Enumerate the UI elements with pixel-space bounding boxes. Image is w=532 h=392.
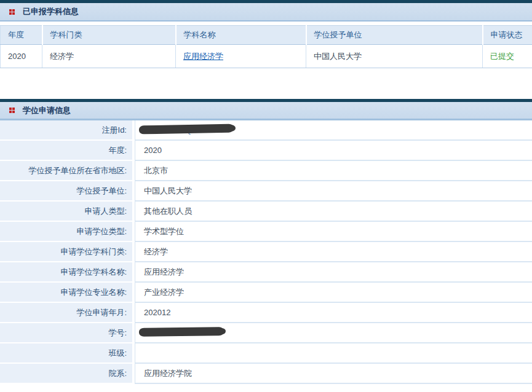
declared-subjects-header: 已申报学科信息 xyxy=(0,3,532,22)
discipline-name-link[interactable]: 应用经济学 xyxy=(183,52,223,61)
field-label: 年度: xyxy=(0,141,132,160)
degree-application-header: 学位申请信息 xyxy=(0,102,532,120)
degree-application-form: 注册Id: 202012H39QHY 年度: 2020 学位授予单位所在省市地区… xyxy=(0,120,532,384)
form-row-discipline-category: 申请学位学科门类: 经济学 xyxy=(0,242,532,262)
form-row-applicant-type: 申请人类型: 其他在职人员 xyxy=(0,202,532,222)
field-label: 班级: xyxy=(0,343,132,363)
form-row-university: 学位授予单位: 中国人民大学 xyxy=(0,181,532,202)
field-value: 产业经济学 xyxy=(135,283,532,303)
form-row-major-name: 申请学位专业名称: 产业经济学 xyxy=(0,283,532,303)
field-label: 学位授予单位所在省市地区: xyxy=(0,161,132,180)
red-grid-icon xyxy=(9,108,15,113)
field-label: 学位申请年月: xyxy=(0,303,132,322)
red-grid-icon xyxy=(9,9,15,15)
field-label: 学号: xyxy=(0,323,132,342)
field-label: 注册Id: xyxy=(0,120,132,139)
field-label: 申请学位类型: xyxy=(0,222,132,241)
status-badge: 已提交 xyxy=(490,52,514,61)
field-value: 202012H39QHY xyxy=(135,120,532,141)
field-label: 申请学位专业名称: xyxy=(0,283,132,302)
field-value: 应用经济学 xyxy=(135,262,532,283)
field-label: 学位授予单位: xyxy=(0,181,132,200)
form-row-department: 院系: 应用经济学院 xyxy=(0,364,532,384)
redaction-scribble xyxy=(139,327,224,337)
form-row-degree-type: 申请学位类型: 学术型学位 xyxy=(0,222,532,242)
field-value: 学术型学位 xyxy=(135,222,532,242)
field-value: 2020 xyxy=(135,141,532,161)
declared-subjects-title: 已申报学科信息 xyxy=(23,6,79,17)
cell-year: 2020 xyxy=(1,45,42,68)
cell-university: 中国人民大学 xyxy=(306,45,483,68)
form-row-registration-id: 注册Id: 202012H39QHY xyxy=(0,120,532,141)
cell-status: 已提交 xyxy=(483,45,532,68)
form-row-discipline-name: 申请学位学科名称: 应用经济学 xyxy=(0,262,532,283)
cell-discipline-category: 经济学 xyxy=(42,45,176,68)
col-header-discipline-category: 学科门类 xyxy=(42,26,176,45)
col-header-university: 学位授予单位 xyxy=(306,26,483,45)
field-value: 202012 xyxy=(135,303,532,323)
field-value: 经济学 xyxy=(135,242,532,262)
declared-subjects-table: 年度 学科门类 学科名称 学位授予单位 申请状态 2020 经济学 应用经济学 … xyxy=(0,25,532,68)
form-row-class: 班级: xyxy=(0,343,532,364)
form-row-student-id: 学号: 2111412002726 xyxy=(0,323,532,343)
panel-spacer xyxy=(0,68,532,99)
field-value: 2111412002726 xyxy=(135,323,532,343)
field-value: 其他在职人员 xyxy=(135,202,532,222)
table-header-row: 年度 学科门类 学科名称 学位授予单位 申请状态 xyxy=(1,26,532,45)
table-row: 2020 经济学 应用经济学 中国人民大学 已提交 xyxy=(1,45,532,68)
field-value xyxy=(135,343,532,364)
field-label: 院系: xyxy=(0,364,132,383)
field-value: 北京市 xyxy=(135,161,532,181)
form-row-province: 学位授予单位所在省市地区: 北京市 xyxy=(0,161,532,181)
field-label: 申请学位学科名称: xyxy=(0,262,132,281)
form-row-application-month: 学位申请年月: 202012 xyxy=(0,303,532,323)
field-label: 申请学位学科门类: xyxy=(0,242,132,261)
field-value: 应用经济学院 xyxy=(135,364,532,384)
col-header-year: 年度 xyxy=(1,26,42,45)
field-value: 中国人民大学 xyxy=(135,181,532,202)
degree-application-title: 学位申请信息 xyxy=(23,105,71,116)
declared-subjects-panel: 已申报学科信息 年度 学科门类 学科名称 学位授予单位 申请状态 2020 经济… xyxy=(0,0,532,68)
cell-discipline-name: 应用经济学 xyxy=(176,45,306,68)
degree-application-panel: 学位申请信息 注册Id: 202012H39QHY 年度: 2020 学位授予单… xyxy=(0,99,532,384)
col-header-discipline-name: 学科名称 xyxy=(176,26,306,45)
form-row-year: 年度: 2020 xyxy=(0,141,532,161)
field-label: 申请人类型: xyxy=(0,202,132,221)
redaction-scribble xyxy=(139,124,234,135)
col-header-status: 申请状态 xyxy=(483,26,532,45)
